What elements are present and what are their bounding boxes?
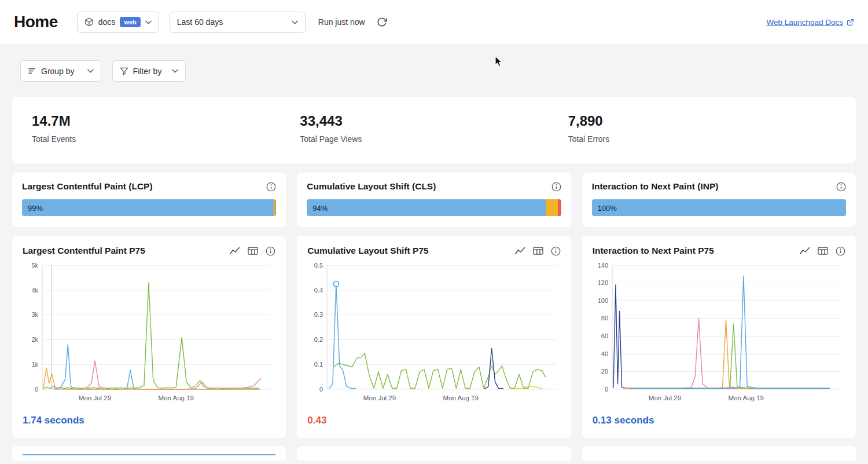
svg-text:1k: 1k xyxy=(31,361,38,368)
project-name: docs xyxy=(98,17,116,27)
svg-text:5k: 5k xyxy=(31,262,38,269)
score-segment xyxy=(22,199,274,216)
filter-by-label: Filter by xyxy=(133,67,162,76)
info-icon[interactable] xyxy=(836,182,846,192)
svg-text:Mon Aug 19: Mon Aug 19 xyxy=(728,394,763,401)
chevron-down-icon xyxy=(172,69,178,73)
score-segment xyxy=(307,199,546,216)
inp-score-bar[interactable]: 100% xyxy=(592,199,846,216)
info-icon[interactable] xyxy=(266,182,276,192)
stat-total-events: 14.7M Total Events xyxy=(32,113,300,144)
svg-text:20: 20 xyxy=(601,368,608,375)
cls-p75-value: 0.43 xyxy=(307,415,560,426)
svg-text:Mon Jul 29: Mon Jul 29 xyxy=(363,394,396,401)
svg-text:60: 60 xyxy=(601,333,608,339)
info-icon[interactable] xyxy=(266,246,275,256)
date-range-value: Last 60 days xyxy=(177,17,223,27)
chevron-down-icon xyxy=(292,20,298,24)
score-segment xyxy=(275,199,277,216)
partial-card xyxy=(12,446,286,461)
docs-link[interactable]: Web Launchpad Docs xyxy=(766,18,854,27)
inp-p75-chart[interactable]: 020406080100120140Mon Jul 29Mon Aug 19 xyxy=(593,261,845,404)
inp-p75-value: 0.13 seconds xyxy=(593,415,845,426)
card-title: Cumulative Layout Shift P75 xyxy=(307,246,428,256)
svg-text:Mon Jul 29: Mon Jul 29 xyxy=(649,394,681,401)
svg-text:Mon Aug 19: Mon Aug 19 xyxy=(443,394,479,401)
svg-text:120: 120 xyxy=(597,279,608,286)
stat-value: 7,890 xyxy=(568,113,836,129)
svg-text:0: 0 xyxy=(319,386,323,393)
stat-label: Total Events xyxy=(32,134,300,144)
svg-text:140: 140 xyxy=(597,262,608,269)
info-icon[interactable] xyxy=(551,246,561,256)
sort-lines-icon xyxy=(28,67,36,75)
lcp-score-bar[interactable]: 99% xyxy=(22,199,276,216)
stat-value: 33,443 xyxy=(300,113,568,129)
svg-text:0.4: 0.4 xyxy=(314,287,323,294)
run-status: Run just now xyxy=(318,17,365,27)
svg-text:0: 0 xyxy=(605,386,608,393)
line-chart-icon[interactable] xyxy=(230,247,240,255)
partial-card xyxy=(582,446,856,461)
cls-score-bar[interactable]: 94% xyxy=(307,199,561,216)
vitals-row: Largest Contentful Paint (LCP) 99% Cumul… xyxy=(12,173,856,227)
inp-score-card: Interaction to Next Paint (INP) 100% xyxy=(582,173,856,227)
svg-text:4k: 4k xyxy=(31,287,38,294)
svg-text:40: 40 xyxy=(601,350,608,357)
project-selector[interactable]: docs web xyxy=(77,12,159,33)
inp-p75-card: Interaction to Next Paint P75 0204060801… xyxy=(582,236,856,438)
refresh-button[interactable] xyxy=(377,17,387,27)
svg-text:0.3: 0.3 xyxy=(314,311,323,318)
funnel-icon xyxy=(120,67,128,75)
partial-next-row xyxy=(12,446,856,461)
svg-text:0.5: 0.5 xyxy=(314,262,323,269)
project-icon xyxy=(84,17,94,27)
score-segment xyxy=(592,199,846,216)
filter-by-button[interactable]: Filter by xyxy=(112,60,186,82)
svg-text:Mon Jul 29: Mon Jul 29 xyxy=(79,394,111,401)
lcp-p75-card: Largest Contentful Paint P75 01k2k3k4k5k… xyxy=(12,236,286,438)
platform-badge: web xyxy=(120,17,140,27)
stat-label: Total Errors xyxy=(568,134,836,144)
partial-card xyxy=(297,446,571,461)
line-chart-icon[interactable] xyxy=(800,247,810,255)
table-icon[interactable] xyxy=(533,247,543,255)
score-label: 100% xyxy=(598,203,617,212)
info-icon[interactable] xyxy=(551,182,561,192)
svg-text:0.1: 0.1 xyxy=(314,361,323,368)
score-label: 94% xyxy=(312,203,328,212)
chevron-down-icon xyxy=(87,69,94,73)
score-segment xyxy=(546,199,558,216)
card-title: Cumulative Layout Shift (CLS) xyxy=(307,181,436,192)
cls-score-card: Cumulative Layout Shift (CLS) 94% xyxy=(297,173,571,227)
lcp-p75-value: 1.74 seconds xyxy=(23,415,275,426)
external-link-icon xyxy=(847,19,854,26)
table-icon[interactable] xyxy=(818,247,828,255)
group-by-label: Group by xyxy=(41,67,75,76)
score-segment xyxy=(558,199,561,216)
cls-p75-chart[interactable]: 00.10.20.30.40.5Mon Jul 29Mon Aug 19 xyxy=(307,261,560,404)
charts-row: Largest Contentful Paint P75 01k2k3k4k5k… xyxy=(12,236,856,438)
svg-text:2k: 2k xyxy=(31,336,38,343)
chevron-down-icon xyxy=(145,20,152,24)
docs-link-label: Web Launchpad Docs xyxy=(766,18,843,27)
svg-text:0.2: 0.2 xyxy=(314,336,323,343)
group-by-button[interactable]: Group by xyxy=(20,60,101,82)
svg-text:80: 80 xyxy=(601,315,608,322)
cls-p75-card: Cumulative Layout Shift P75 00.10.20.30.… xyxy=(297,236,571,438)
info-icon[interactable] xyxy=(836,246,845,256)
filter-bar: Group by Filter by xyxy=(0,44,868,82)
card-title: Largest Contentful Paint P75 xyxy=(23,246,145,256)
top-bar: Home docs web Last 60 days Run just now … xyxy=(0,0,868,44)
table-icon[interactable] xyxy=(248,247,258,255)
card-title: Largest Contentful Paint (LCP) xyxy=(22,181,153,192)
score-label: 99% xyxy=(28,203,43,212)
svg-text:0: 0 xyxy=(35,386,38,393)
stat-value: 14.7M xyxy=(32,113,300,129)
line-chart-icon[interactable] xyxy=(515,247,525,255)
lcp-p75-chart[interactable]: 01k2k3k4k5kMon Jul 29Mon Aug 19 xyxy=(23,261,275,404)
summary-stats-card: 14.7M Total Events 33,443 Total Page Vie… xyxy=(12,97,856,163)
stat-total-page-views: 33,443 Total Page Views xyxy=(300,113,568,144)
date-range-selector[interactable]: Last 60 days xyxy=(170,12,306,33)
card-title: Interaction to Next Paint (INP) xyxy=(592,181,719,192)
